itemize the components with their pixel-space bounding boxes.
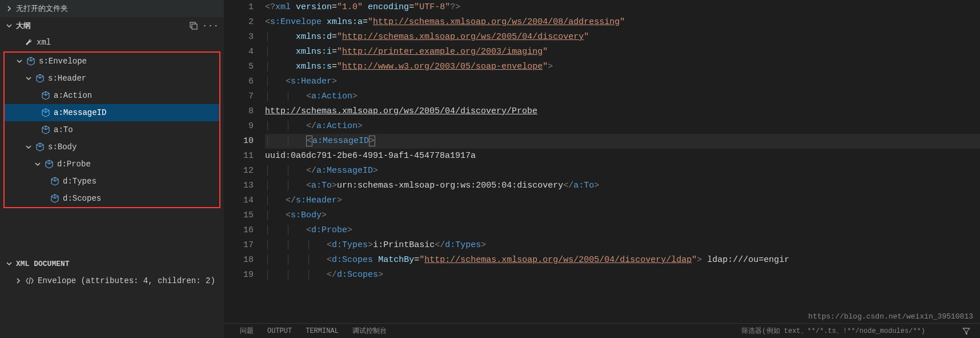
chevron-down-icon — [24, 74, 33, 83]
tree-probe[interactable]: d:Probe — [5, 156, 219, 173]
tree-item-label: a:Action — [54, 91, 92, 100]
code-area[interactable]: 12345678910111213141516171819 <?xml vers… — [224, 0, 980, 323]
more-icon[interactable]: ··· — [203, 22, 219, 30]
svg-rect-1 — [192, 24, 197, 29]
tree-item-label: s:Envelope — [39, 57, 87, 66]
tree-item-label: d:Types — [63, 177, 97, 186]
panel-tabs: 问题 OUTPUT TERMINAL 调试控制台 筛选器(例如 text、**/… — [224, 323, 980, 338]
xml-envelope-label: Envelope (attributes: 4, children: 2) — [38, 276, 215, 285]
cube-icon — [41, 108, 50, 117]
no-open-folder-label: 无打开的文件夹 — [16, 3, 68, 14]
filter-icon[interactable] — [962, 327, 971, 336]
tree-item-label: a:To — [54, 125, 73, 134]
tree-envelope[interactable]: s:Envelope — [5, 53, 219, 70]
tree-item-label: d:Probe — [57, 160, 91, 169]
tree-item-label: d:Scopes — [63, 194, 101, 203]
wrench-icon — [24, 38, 33, 47]
chevron-down-icon — [24, 142, 33, 152]
chevron-down-icon — [5, 21, 14, 30]
cube-icon — [35, 74, 45, 83]
tab-debug[interactable]: 调试控制台 — [352, 326, 387, 336]
tree-messageid[interactable]: a:MessageID — [5, 104, 219, 121]
cube-icon — [45, 160, 54, 169]
tree-header[interactable]: s:Header — [5, 70, 219, 87]
xml-root-label: xml — [37, 38, 51, 47]
cube-icon — [50, 194, 59, 203]
sidebar: 无打开的文件夹 大纲 ··· xml s:Envelope — [0, 0, 224, 338]
outline-header[interactable]: 大纲 ··· — [0, 17, 224, 34]
xml-document-header[interactable]: XML DOCUMENT — [0, 255, 224, 272]
outline-highlight-box: s:Envelope s:Header a:Action a:MessageID… — [3, 51, 220, 208]
xml-document-title: XML DOCUMENT — [16, 260, 70, 268]
xml-root-item[interactable]: xml — [0, 34, 224, 50]
chevron-down-icon — [33, 160, 42, 169]
cube-icon — [50, 177, 59, 186]
gutter: 12345678910111213141516171819 — [224, 0, 265, 323]
cube-icon — [26, 57, 35, 66]
tree-item-label: a:MessageID — [54, 108, 106, 117]
tree-item-label: s:Header — [48, 74, 86, 83]
xml-envelope-item[interactable]: Envelope (attributes: 4, children: 2) — [0, 272, 224, 289]
chevron-right-icon — [14, 276, 23, 285]
cube-icon — [41, 125, 50, 134]
tree-to[interactable]: a:To — [5, 121, 219, 138]
watermark: https://blog.csdn.net/weixin_39510813 — [808, 312, 973, 321]
code-icon — [25, 276, 34, 285]
code-content[interactable]: <?xml version="1.0" encoding="UTF-8"?><s… — [265, 0, 980, 323]
tab-terminal[interactable]: TERMINAL — [306, 327, 339, 335]
cube-icon — [35, 142, 45, 152]
chevron-down-icon — [15, 57, 24, 66]
cube-icon — [41, 91, 50, 100]
filter-placeholder[interactable]: 筛选器(例如 text、**/*.ts、!**/node_modules/**) — [741, 326, 925, 336]
chevron-down-icon — [5, 259, 14, 268]
tree-types[interactable]: d:Types — [5, 173, 219, 190]
collapse-all-icon[interactable] — [189, 21, 198, 30]
no-open-folder-header[interactable]: 无打开的文件夹 — [0, 0, 224, 17]
tab-problems[interactable]: 问题 — [240, 326, 254, 336]
tree-scopes[interactable]: d:Scopes — [5, 190, 219, 207]
outline-title: 大纲 — [16, 21, 31, 31]
chevron-right-icon — [5, 4, 14, 13]
tree-item-label: s:Body — [48, 142, 77, 152]
tab-output[interactable]: OUTPUT — [267, 327, 292, 335]
tree-body[interactable]: s:Body — [5, 138, 219, 156]
editor: 12345678910111213141516171819 <?xml vers… — [224, 0, 980, 338]
tree-action[interactable]: a:Action — [5, 87, 219, 104]
